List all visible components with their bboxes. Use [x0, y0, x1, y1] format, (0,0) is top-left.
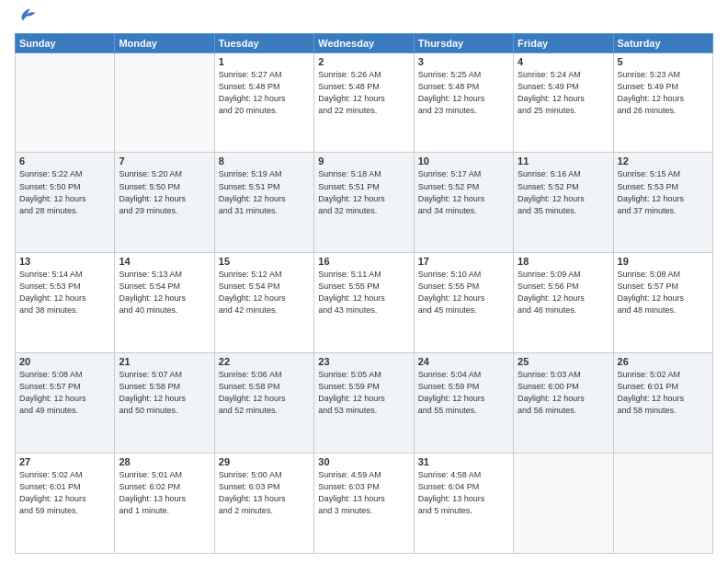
- day-number: 14: [119, 256, 210, 267]
- day-number: 28: [119, 456, 210, 467]
- day-number: 5: [618, 56, 709, 67]
- calendar-cell: [16, 52, 115, 153]
- calendar-cell: 21Sunrise: 5:07 AM Sunset: 5:58 PM Dayli…: [115, 353, 214, 454]
- day-number: 23: [318, 356, 409, 367]
- calendar-cell: 6Sunrise: 5:22 AM Sunset: 5:50 PM Daylig…: [16, 153, 115, 253]
- calendar-cell: 15Sunrise: 5:12 AM Sunset: 5:54 PM Dayli…: [214, 253, 313, 353]
- day-info: Sunrise: 5:00 AM Sunset: 6:03 PM Dayligh…: [219, 469, 310, 517]
- day-number: 31: [418, 456, 509, 467]
- day-info: Sunrise: 5:27 AM Sunset: 5:48 PM Dayligh…: [219, 69, 310, 117]
- day-number: 30: [318, 456, 409, 467]
- day-number: 12: [618, 155, 709, 167]
- calendar-cell: 4Sunrise: 5:24 AM Sunset: 5:49 PM Daylig…: [514, 52, 613, 153]
- weekday-header-thursday: Thursday: [414, 33, 513, 52]
- day-number: 9: [318, 155, 409, 167]
- day-info: Sunrise: 5:01 AM Sunset: 6:02 PM Dayligh…: [119, 469, 210, 517]
- day-number: 1: [219, 56, 310, 67]
- calendar-cell: 31Sunrise: 4:58 AM Sunset: 6:04 PM Dayli…: [414, 454, 513, 554]
- day-info: Sunrise: 5:08 AM Sunset: 5:57 PM Dayligh…: [618, 269, 709, 316]
- weekday-header-row: SundayMondayTuesdayWednesdayThursdayFrid…: [16, 33, 713, 52]
- day-number: 16: [318, 256, 409, 267]
- logo-bird-icon: [17, 6, 37, 26]
- day-info: Sunrise: 5:07 AM Sunset: 5:58 PM Dayligh…: [119, 369, 210, 417]
- calendar-week-row: 1Sunrise: 5:27 AM Sunset: 5:48 PM Daylig…: [16, 52, 713, 153]
- day-info: Sunrise: 5:24 AM Sunset: 5:49 PM Dayligh…: [518, 69, 609, 117]
- day-number: 11: [518, 155, 609, 167]
- calendar-cell: 19Sunrise: 5:08 AM Sunset: 5:57 PM Dayli…: [613, 253, 712, 353]
- calendar-cell: 29Sunrise: 5:00 AM Sunset: 6:03 PM Dayli…: [214, 454, 313, 554]
- weekday-header-sunday: Sunday: [16, 33, 115, 52]
- day-info: Sunrise: 5:03 AM Sunset: 6:00 PM Dayligh…: [518, 369, 609, 417]
- day-number: 17: [418, 256, 509, 267]
- weekday-header-saturday: Saturday: [613, 33, 712, 52]
- day-info: Sunrise: 5:17 AM Sunset: 5:52 PM Dayligh…: [418, 168, 509, 216]
- day-number: 19: [618, 256, 709, 267]
- day-info: Sunrise: 5:26 AM Sunset: 5:48 PM Dayligh…: [318, 69, 409, 117]
- day-info: Sunrise: 5:02 AM Sunset: 6:01 PM Dayligh…: [618, 369, 709, 417]
- calendar-cell: 11Sunrise: 5:16 AM Sunset: 5:52 PM Dayli…: [514, 153, 613, 253]
- page: SundayMondayTuesdayWednesdayThursdayFrid…: [0, 0, 728, 563]
- calendar-cell: 17Sunrise: 5:10 AM Sunset: 5:55 PM Dayli…: [414, 253, 513, 353]
- day-number: 26: [618, 356, 709, 367]
- day-info: Sunrise: 5:12 AM Sunset: 5:54 PM Dayligh…: [219, 269, 310, 316]
- calendar-cell: 12Sunrise: 5:15 AM Sunset: 5:53 PM Dayli…: [613, 153, 712, 253]
- day-info: Sunrise: 5:15 AM Sunset: 5:53 PM Dayligh…: [618, 168, 709, 216]
- calendar-cell: 14Sunrise: 5:13 AM Sunset: 5:54 PM Dayli…: [115, 253, 214, 353]
- day-info: Sunrise: 5:22 AM Sunset: 5:50 PM Dayligh…: [19, 168, 110, 216]
- calendar-cell: 16Sunrise: 5:11 AM Sunset: 5:55 PM Dayli…: [314, 253, 414, 353]
- calendar-cell: 10Sunrise: 5:17 AM Sunset: 5:52 PM Dayli…: [414, 153, 513, 253]
- day-number: 27: [19, 456, 110, 467]
- calendar-cell: 28Sunrise: 5:01 AM Sunset: 6:02 PM Dayli…: [115, 454, 214, 554]
- day-number: 13: [19, 256, 110, 267]
- day-number: 22: [219, 356, 310, 367]
- calendar-cell: 9Sunrise: 5:18 AM Sunset: 5:51 PM Daylig…: [314, 153, 414, 253]
- day-info: Sunrise: 5:04 AM Sunset: 5:59 PM Dayligh…: [418, 369, 509, 417]
- day-info: Sunrise: 5:09 AM Sunset: 5:56 PM Dayligh…: [518, 269, 609, 316]
- calendar-cell: 3Sunrise: 5:25 AM Sunset: 5:48 PM Daylig…: [414, 52, 513, 153]
- day-number: 8: [219, 155, 310, 167]
- day-info: Sunrise: 5:14 AM Sunset: 5:53 PM Dayligh…: [19, 269, 110, 316]
- calendar-week-row: 6Sunrise: 5:22 AM Sunset: 5:50 PM Daylig…: [16, 153, 713, 253]
- day-number: 21: [119, 356, 210, 367]
- day-number: 3: [418, 56, 509, 67]
- weekday-header-tuesday: Tuesday: [214, 33, 313, 52]
- logo: [15, 11, 37, 28]
- day-info: Sunrise: 4:58 AM Sunset: 6:04 PM Dayligh…: [418, 469, 509, 517]
- calendar-cell: 20Sunrise: 5:08 AM Sunset: 5:57 PM Dayli…: [16, 353, 115, 454]
- day-number: 6: [19, 155, 110, 167]
- calendar-week-row: 20Sunrise: 5:08 AM Sunset: 5:57 PM Dayli…: [16, 353, 713, 454]
- day-info: Sunrise: 5:05 AM Sunset: 5:59 PM Dayligh…: [318, 369, 409, 417]
- calendar-cell: 30Sunrise: 4:59 AM Sunset: 6:03 PM Dayli…: [314, 454, 414, 554]
- weekday-header-friday: Friday: [514, 33, 613, 52]
- day-number: 25: [518, 356, 609, 367]
- day-number: 20: [19, 356, 110, 367]
- day-info: Sunrise: 5:18 AM Sunset: 5:51 PM Dayligh…: [318, 168, 409, 216]
- calendar-cell: 26Sunrise: 5:02 AM Sunset: 6:01 PM Dayli…: [613, 353, 712, 454]
- day-info: Sunrise: 5:19 AM Sunset: 5:51 PM Dayligh…: [219, 168, 310, 216]
- weekday-header-monday: Monday: [115, 33, 214, 52]
- calendar-week-row: 27Sunrise: 5:02 AM Sunset: 6:01 PM Dayli…: [16, 454, 713, 554]
- calendar-cell: 2Sunrise: 5:26 AM Sunset: 5:48 PM Daylig…: [314, 52, 414, 153]
- calendar-table: SundayMondayTuesdayWednesdayThursdayFrid…: [15, 33, 713, 554]
- calendar-cell: 23Sunrise: 5:05 AM Sunset: 5:59 PM Dayli…: [314, 353, 414, 454]
- day-number: 10: [418, 155, 509, 167]
- day-info: Sunrise: 5:10 AM Sunset: 5:55 PM Dayligh…: [418, 269, 509, 316]
- calendar-cell: 22Sunrise: 5:06 AM Sunset: 5:58 PM Dayli…: [214, 353, 313, 454]
- day-info: Sunrise: 5:06 AM Sunset: 5:58 PM Dayligh…: [219, 369, 310, 417]
- calendar-cell: 8Sunrise: 5:19 AM Sunset: 5:51 PM Daylig…: [214, 153, 313, 253]
- day-info: Sunrise: 5:13 AM Sunset: 5:54 PM Dayligh…: [119, 269, 210, 316]
- calendar-cell: 18Sunrise: 5:09 AM Sunset: 5:56 PM Dayli…: [514, 253, 613, 353]
- calendar-cell: 1Sunrise: 5:27 AM Sunset: 5:48 PM Daylig…: [214, 52, 313, 153]
- calendar-cell: 7Sunrise: 5:20 AM Sunset: 5:50 PM Daylig…: [115, 153, 214, 253]
- calendar-week-row: 13Sunrise: 5:14 AM Sunset: 5:53 PM Dayli…: [16, 253, 713, 353]
- day-number: 29: [219, 456, 310, 467]
- calendar-cell: 24Sunrise: 5:04 AM Sunset: 5:59 PM Dayli…: [414, 353, 513, 454]
- day-number: 2: [318, 56, 409, 67]
- day-info: Sunrise: 4:59 AM Sunset: 6:03 PM Dayligh…: [318, 469, 409, 517]
- calendar-cell: 5Sunrise: 5:23 AM Sunset: 5:49 PM Daylig…: [613, 52, 712, 153]
- calendar-cell: [514, 454, 613, 554]
- day-number: 18: [518, 256, 609, 267]
- day-info: Sunrise: 5:25 AM Sunset: 5:48 PM Dayligh…: [418, 69, 509, 117]
- day-number: 15: [219, 256, 310, 267]
- calendar-cell: [613, 454, 712, 554]
